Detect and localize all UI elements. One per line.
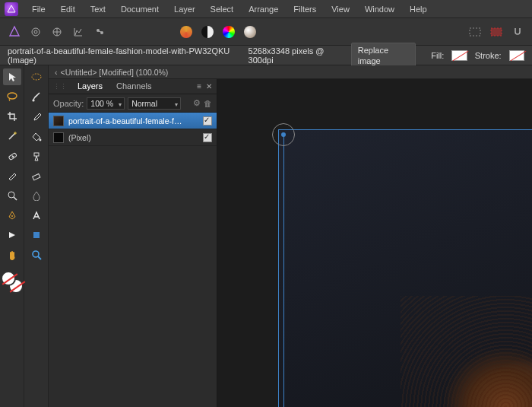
heal-tool-icon[interactable] — [3, 148, 21, 164]
layer-row[interactable]: portrait-of-a-beautiful-female-f… — [49, 113, 217, 129]
sphere-icon[interactable] — [242, 24, 258, 40]
lasso-tool-icon[interactable] — [3, 88, 21, 105]
workspace: ‹ <Untitled> [Modified] (100.0%) ⋮⋮ Laye… — [0, 65, 532, 407]
origin-dot-icon — [281, 132, 286, 137]
text-tool-icon[interactable] — [27, 207, 46, 224]
opacity-select[interactable]: 100 %▾ — [87, 97, 125, 110]
arrange-icon[interactable] — [178, 24, 195, 40]
develop-persona-icon[interactable] — [49, 24, 65, 40]
marquee-dashed-icon[interactable] — [467, 24, 483, 40]
contrast-icon[interactable] — [199, 24, 216, 40]
liquify-persona-icon[interactable] — [27, 24, 44, 40]
menu-edit[interactable]: Edit — [53, 0, 83, 18]
menu-document[interactable]: Document — [113, 0, 166, 18]
chevron-left-icon[interactable]: ‹ — [55, 68, 58, 77]
svg-rect-6 — [491, 28, 502, 36]
svg-rect-16 — [32, 173, 40, 180]
shape-tool-icon[interactable] — [27, 227, 46, 243]
color-wheel-icon[interactable] — [220, 24, 237, 40]
brush-tool-icon[interactable] — [27, 88, 46, 105]
svg-point-14 — [39, 139, 41, 141]
eyedropper-tool-icon[interactable] — [27, 108, 46, 125]
layer-visibility-checkbox[interactable] — [203, 116, 212, 126]
color-swatches[interactable] — [1, 271, 24, 294]
menu-arrange[interactable]: Arrange — [241, 0, 286, 18]
menu-select[interactable]: Select — [203, 0, 242, 18]
selection-ellipse-icon[interactable] — [27, 68, 46, 85]
context-bar: portrait-of-a-beautiful-female-fashion-m… — [0, 46, 532, 65]
fill-tool-icon[interactable] — [27, 128, 46, 145]
tool-column-left-2 — [24, 65, 49, 407]
menu-window[interactable]: Window — [357, 0, 402, 18]
dodge-tool-icon[interactable] — [3, 187, 21, 204]
layer-visibility-checkbox[interactable] — [203, 133, 212, 142]
pencil-tool-icon[interactable] — [3, 167, 21, 184]
svg-point-12 — [32, 74, 41, 80]
canvas[interactable] — [217, 79, 532, 407]
crop-tool-icon[interactable] — [3, 108, 21, 125]
menu-layer[interactable]: Layer — [166, 0, 203, 18]
snapping-icon[interactable] — [509, 24, 526, 40]
context-doc-label: portrait-of-a-beautiful-female-fashion-m… — [8, 46, 241, 65]
menu-file[interactable]: File — [24, 0, 53, 18]
layers-panel-tabs: ⋮⋮ Layers Channels ≡ ✕ — [49, 79, 217, 94]
document-tab[interactable]: <Untitled> [Modified] (100.0%) — [61, 68, 169, 77]
svg-point-8 — [8, 93, 17, 99]
panel-drag-handle-icon[interactable]: ⋮⋮ — [53, 83, 67, 91]
document-tab-row: ‹ <Untitled> [Modified] (100.0%) — [49, 65, 532, 79]
gear-icon[interactable]: ⚙ — [193, 98, 201, 108]
pen-tool-icon[interactable] — [3, 207, 21, 224]
svg-rect-17 — [33, 232, 40, 238]
panel-menu-icon[interactable]: ≡ — [197, 82, 201, 91]
trash-icon[interactable]: 🗑 — [204, 99, 212, 108]
menu-text[interactable]: Text — [83, 0, 113, 18]
layer-row[interactable]: (Pixel) — [49, 129, 217, 146]
persona-toolbar — [0, 18, 532, 46]
fill-swatch[interactable] — [451, 50, 467, 61]
menu-filters[interactable]: Filters — [286, 0, 324, 18]
tool-column-left — [0, 65, 24, 407]
layer-list: portrait-of-a-beautiful-female-f… (Pixel… — [49, 113, 217, 407]
clone-tool-icon[interactable] — [27, 148, 46, 164]
menu-help[interactable]: Help — [402, 0, 435, 18]
stroke-swatch[interactable] — [509, 50, 524, 61]
layer-name: portrait-of-a-beautiful-female-f… — [68, 116, 198, 126]
photo-persona-icon[interactable] — [6, 24, 23, 40]
wand-tool-icon[interactable] — [3, 128, 21, 145]
stroke-label: Stroke: — [475, 51, 502, 60]
selection-bounds[interactable] — [278, 129, 532, 407]
editor-main: ‹ <Untitled> [Modified] (100.0%) ⋮⋮ Laye… — [49, 65, 532, 407]
blur-tool-icon[interactable] — [27, 187, 46, 204]
node-tool-icon[interactable] — [3, 227, 21, 243]
image-content — [401, 296, 532, 407]
guide-line[interactable] — [283, 135, 284, 407]
move-tool-icon[interactable] — [3, 68, 21, 85]
layer-name: (Pixel) — [68, 133, 198, 142]
tab-channels[interactable]: Channels — [110, 80, 157, 94]
layers-panel-options: Opacity: 100 %▾ Normal▾ ⚙ 🗑 — [49, 94, 217, 113]
foreground-color-swatch[interactable] — [1, 271, 16, 286]
zoom-tool-icon[interactable] — [27, 246, 46, 263]
opacity-label: Opacity: — [53, 99, 84, 108]
export-persona-icon[interactable] — [91, 24, 108, 40]
replace-image-button[interactable]: Replace image — [351, 43, 416, 68]
menu-bar: File Edit Text Document Layer Select Arr… — [0, 0, 532, 18]
tone-map-persona-icon[interactable] — [70, 24, 87, 40]
layers-panel: ⋮⋮ Layers Channels ≡ ✕ Opacity: 100 %▾ N… — [49, 79, 217, 407]
svg-point-11 — [11, 215, 13, 217]
svg-point-13 — [32, 99, 34, 101]
eraser-tool-icon[interactable] — [27, 167, 46, 184]
menu-view[interactable]: View — [324, 0, 357, 18]
svg-rect-5 — [470, 28, 480, 36]
tab-layers[interactable]: Layers — [71, 80, 109, 94]
blend-mode-select[interactable]: Normal▾ — [128, 97, 181, 110]
panel-close-icon[interactable]: ✕ — [206, 82, 212, 91]
image-surface — [279, 130, 532, 407]
rotation-origin-handle[interactable] — [272, 123, 295, 146]
fill-label: Fill: — [431, 51, 444, 60]
quick-mask-icon[interactable] — [488, 24, 505, 40]
layer-thumbnail — [53, 132, 64, 143]
svg-point-0 — [32, 28, 40, 36]
hand-tool-icon[interactable] — [3, 246, 21, 263]
svg-point-10 — [8, 192, 14, 198]
